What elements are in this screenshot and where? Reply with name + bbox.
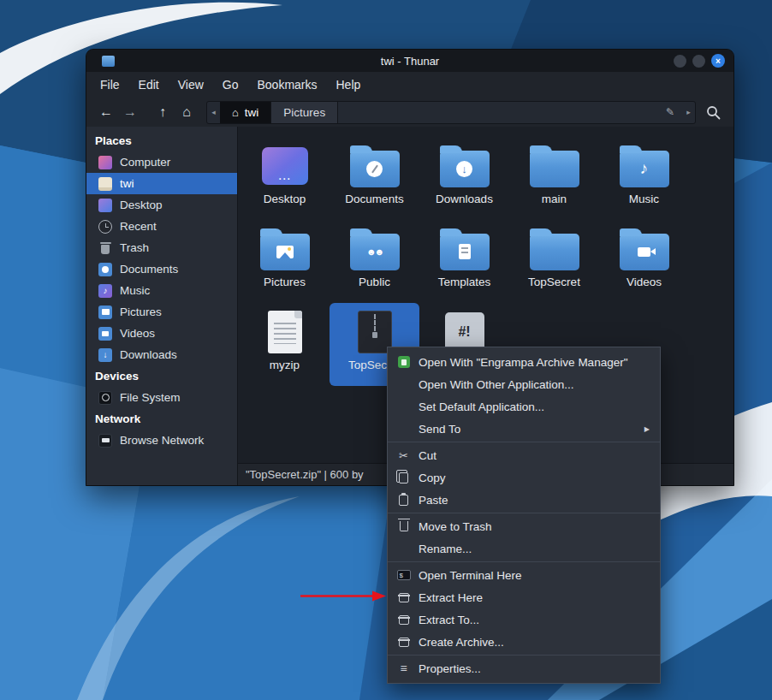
menu-item-rename[interactable]: Rename...: [388, 537, 660, 560]
sidebar-item-downloads[interactable]: ↓ Downloads: [86, 344, 237, 365]
path-input[interactable]: ✎: [338, 102, 682, 123]
file-label: Downloads: [436, 193, 493, 205]
public-folder-icon: ☻☻: [350, 234, 400, 270]
file-downloads[interactable]: ↓ Downloads: [419, 137, 509, 220]
engrampa-icon: [396, 355, 411, 370]
breadcrumb-scroll-right-icon[interactable]: ▸: [682, 102, 695, 123]
menu-view[interactable]: View: [169, 75, 212, 94]
menu-item-label: Move to Trash: [419, 520, 492, 533]
menu-item-label: Rename...: [419, 543, 472, 555]
sidebar-item-recent[interactable]: Recent: [86, 216, 237, 237]
sidebar-item-file-system[interactable]: File System: [86, 387, 237, 408]
menu-go[interactable]: Go: [214, 75, 247, 94]
file-public[interactable]: ☻☻ Public: [330, 220, 419, 303]
toolbar: ← → ↑ ⌂ ◂ ⌂ twi Pictures ✎ ▸: [86, 98, 733, 127]
menu-item-extract-here[interactable]: Extract Here: [388, 586, 660, 608]
pictures-folder-icon: [260, 234, 310, 270]
file-templates[interactable]: Templates: [419, 220, 509, 303]
minimize-button[interactable]: [674, 55, 686, 68]
extract-archive-icon: [396, 590, 411, 605]
menu-item-label: Send To: [419, 423, 460, 436]
menu-file[interactable]: File: [92, 75, 128, 94]
desktop-icon: [98, 199, 112, 212]
edit-path-icon[interactable]: ✎: [666, 106, 674, 118]
menu-item-open-with-engrampa[interactable]: Open With "Engrampa Archive Manager": [388, 351, 660, 373]
menu-item-properties[interactable]: ≡ Properties...: [388, 657, 660, 679]
file-topsecret-folder[interactable]: TopSecret: [509, 220, 599, 303]
file-videos[interactable]: Videos: [599, 220, 689, 303]
maximize-button[interactable]: [692, 55, 705, 68]
search-button[interactable]: [701, 101, 725, 123]
menu-separator: [388, 442, 660, 442]
menu-item-extract-to[interactable]: Extract To...: [388, 608, 660, 631]
trash-icon: [98, 241, 112, 255]
menu-item-open-terminal-here[interactable]: $ Open Terminal Here: [388, 564, 660, 586]
terminal-icon: $: [396, 568, 411, 583]
sidebar-item-pictures[interactable]: Pictures: [86, 301, 237, 323]
photo-emblem-icon: [276, 246, 294, 258]
file-row: Pictures ☻☻ Public Templates TopSecr: [240, 220, 733, 303]
menu-item-send-to[interactable]: Send To ▶: [388, 418, 660, 440]
menu-item-open-with-other[interactable]: Open With Other Application...: [388, 373, 660, 395]
breadcrumb-twi[interactable]: ⌂ twi: [220, 102, 271, 123]
sidebar-item-twi[interactable]: twi: [86, 173, 237, 194]
file-label: Desktop: [264, 193, 306, 205]
sidebar-item-videos[interactable]: Videos: [86, 323, 237, 344]
file-desktop[interactable]: ⋯ Desktop: [240, 137, 330, 220]
file-main[interactable]: main: [509, 137, 599, 220]
sidebar-item-music[interactable]: ♪ Music: [86, 280, 237, 301]
menu-item-cut[interactable]: ✂ Cut: [388, 444, 660, 466]
breadcrumb-label: Pictures: [283, 106, 325, 119]
sidebar-section-places: Places: [86, 130, 237, 151]
menu-item-label: Paste: [419, 494, 448, 507]
menu-item-copy[interactable]: Copy: [388, 466, 660, 489]
menu-item-move-to-trash[interactable]: Move to Trash: [388, 515, 660, 537]
dots-glyph: ⋯: [278, 172, 292, 185]
scissors-icon: ✂: [396, 448, 411, 463]
sidebar-item-desktop[interactable]: Desktop: [86, 194, 237, 216]
file-pictures[interactable]: Pictures: [240, 220, 330, 303]
file-label: Pictures: [264, 276, 306, 288]
forward-button[interactable]: →: [119, 101, 141, 123]
document-emblem-icon: [459, 244, 471, 259]
templates-folder-icon: [440, 234, 490, 270]
pictures-icon: [98, 306, 112, 319]
menu-item-set-default-application[interactable]: Set Default Application...: [388, 395, 660, 418]
menu-item-create-archive[interactable]: Create Archive...: [388, 631, 660, 653]
sidebar-item-documents[interactable]: Documents: [86, 258, 237, 280]
music-icon: ♪: [98, 284, 112, 298]
home-button[interactable]: ⌂: [175, 101, 198, 123]
menu-bookmarks[interactable]: Bookmarks: [248, 75, 325, 94]
up-button[interactable]: ↑: [151, 101, 174, 123]
network-icon: [98, 434, 112, 448]
breadcrumb-pictures[interactable]: Pictures: [271, 102, 338, 123]
sidebar-item-label: Recent: [120, 220, 157, 233]
home-folder-icon: [98, 177, 112, 191]
sidebar-item-browse-network[interactable]: Browse Network: [86, 430, 237, 451]
paperclip-emblem-icon: [366, 161, 383, 177]
sidebar-item-trash[interactable]: Trash: [86, 237, 237, 258]
breadcrumb-scroll-left-icon[interactable]: ◂: [207, 102, 220, 123]
menu-item-label: Properties...: [419, 662, 481, 675]
properties-list-icon: ≡: [396, 661, 411, 676]
empty-icon-slot: [396, 422, 411, 436]
extract-archive-icon: [396, 613, 411, 627]
file-music[interactable]: ♪ Music: [599, 137, 689, 220]
home-icon: ⌂: [232, 106, 239, 119]
close-button[interactable]: ×: [711, 54, 725, 68]
back-button[interactable]: ←: [95, 101, 117, 123]
menu-item-paste[interactable]: Paste: [388, 489, 660, 511]
titlebar[interactable]: twi - Thunar ×: [86, 50, 733, 72]
menu-edit[interactable]: Edit: [130, 75, 168, 94]
menu-help[interactable]: Help: [328, 75, 370, 94]
sidebar-item-label: Computer: [120, 156, 170, 169]
file-documents[interactable]: Documents: [330, 137, 419, 220]
file-label: Public: [359, 276, 390, 288]
sidebar-item-computer[interactable]: Computer: [86, 151, 237, 173]
sidebar-item-label: Music: [120, 284, 150, 297]
trash-icon: [396, 519, 411, 534]
file-myzip[interactable]: myzip: [240, 303, 330, 386]
folder-icon: [530, 234, 579, 270]
menu-item-label: Copy: [419, 472, 446, 484]
sidebar-item-label: Downloads: [120, 348, 177, 361]
